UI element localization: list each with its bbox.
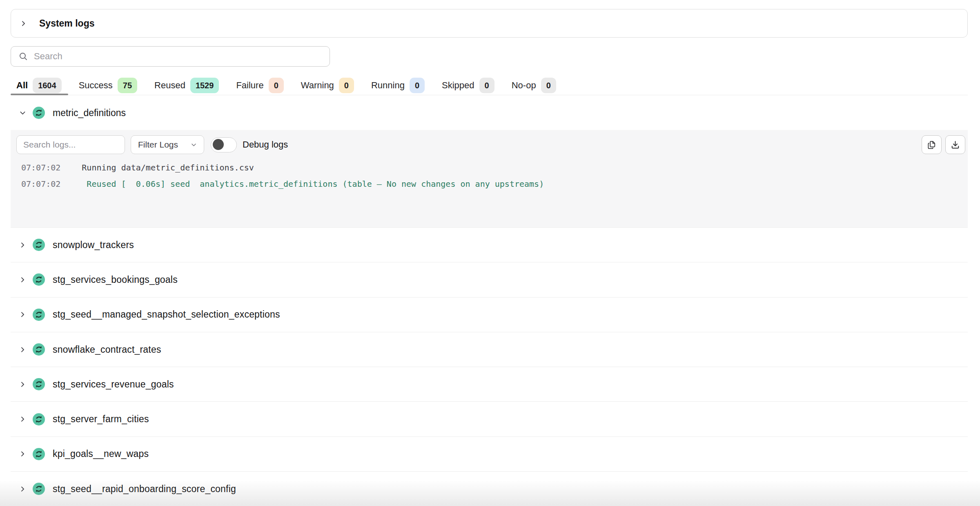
tab-count-badge: 1604	[33, 78, 62, 93]
tab-label: No-op	[512, 80, 536, 91]
chevron-right-icon	[19, 486, 26, 493]
reused-status-icon	[33, 309, 45, 321]
chevron-right-icon	[20, 20, 27, 27]
model-name: stg_services_revenue_goals	[53, 379, 174, 390]
tab-count-badge: 1529	[190, 78, 219, 93]
list-item-stg-seed-managed-snapshot-selection-exceptions[interactable]: stg_seed__managed_snapshot_selection_exc…	[11, 297, 968, 332]
download-icon	[950, 140, 960, 150]
status-filter-tabs: All 1604 Success 75 Reused 1529 Failure …	[11, 76, 968, 95]
model-name: stg_server_farm_cities	[53, 414, 149, 425]
chevron-right-icon	[19, 450, 26, 457]
tab-label: Warning	[301, 80, 334, 91]
system-logs-section-header[interactable]: System logs	[11, 9, 968, 38]
filter-logs-label: Filter Logs	[138, 140, 178, 150]
chevron-right-icon	[19, 381, 26, 388]
copy-icon	[927, 140, 937, 150]
reused-status-icon	[33, 378, 45, 390]
chevron-right-icon	[19, 276, 26, 283]
tab-warning[interactable]: Warning 0	[301, 76, 354, 95]
log-line: 07:07:02 Reused [ 0.06s] seed analytics.…	[21, 178, 960, 190]
debug-logs-toggle[interactable]	[211, 137, 237, 152]
search-box	[11, 46, 330, 67]
list-item-snowplow-trackers[interactable]: snowplow_trackers	[11, 227, 968, 262]
run-logs-page: System logs All 1604 Success 75 Reused 1…	[0, 0, 980, 506]
tab-count-badge: 0	[269, 78, 284, 93]
tab-noop[interactable]: No-op 0	[512, 76, 556, 95]
model-name: metric_definitions	[53, 107, 126, 119]
tab-count-badge: 0	[339, 78, 354, 93]
list-item-stg-services-bookings-goals[interactable]: stg_services_bookings_goals	[11, 262, 968, 297]
model-name: snowplow_trackers	[53, 240, 134, 251]
tab-label: All	[16, 80, 28, 91]
list-item-stg-server-farm-cities[interactable]: stg_server_farm_cities	[11, 401, 968, 436]
model-list: snowplow_trackers stg_services_bookings_…	[11, 227, 968, 506]
search-input[interactable]	[34, 47, 330, 66]
tab-label: Skipped	[442, 80, 474, 91]
tab-success[interactable]: Success 75	[79, 76, 137, 95]
download-logs-button[interactable]	[945, 135, 965, 154]
list-item-snowflake-contract-rates[interactable]: snowflake_contract_rates	[11, 332, 968, 367]
chevron-right-icon	[19, 416, 26, 423]
tab-count-badge: 0	[410, 78, 425, 93]
tab-label: Running	[371, 80, 405, 91]
search-icon	[18, 51, 28, 61]
log-search-input[interactable]	[16, 135, 125, 154]
copy-logs-button[interactable]	[922, 135, 942, 154]
toggle-knob	[213, 139, 224, 150]
tab-label: Success	[79, 80, 113, 91]
log-output: 07:07:02 Running data/metric_definitions…	[21, 161, 960, 190]
log-timestamp: 07:07:02	[21, 161, 60, 174]
tab-skipped[interactable]: Skipped 0	[442, 76, 494, 95]
log-message: Running data/metric_definitions.csv	[82, 161, 254, 174]
model-name: stg_seed__rapid_onboarding_score_config	[53, 484, 236, 495]
reused-status-icon	[33, 107, 45, 119]
system-logs-title: System logs	[39, 18, 95, 29]
tab-reused[interactable]: Reused 1529	[154, 76, 219, 95]
reused-status-icon	[33, 273, 45, 286]
tab-label: Reused	[154, 80, 185, 91]
chevron-right-icon	[19, 242, 26, 249]
chevron-right-icon	[19, 311, 26, 318]
chevron-down-icon	[19, 110, 26, 116]
log-panel: Filter Logs Debug logs 07:07:02 Running …	[11, 130, 968, 227]
filter-logs-dropdown[interactable]: Filter Logs	[131, 135, 204, 154]
log-timestamp: 07:07:02	[21, 178, 60, 190]
tab-count-badge: 0	[479, 78, 494, 93]
tab-all[interactable]: All 1604	[16, 76, 62, 95]
list-item-kpi-goals-new-waps[interactable]: kpi_goals__new_waps	[11, 437, 968, 471]
model-name: kpi_goals__new_waps	[53, 448, 149, 459]
chevron-down-icon	[191, 142, 197, 148]
log-message: Reused [ 0.06s] seed analytics.metric_de…	[82, 178, 544, 190]
log-actions	[922, 135, 965, 154]
model-name: snowflake_contract_rates	[53, 344, 161, 355]
tab-running[interactable]: Running 0	[371, 76, 425, 95]
reused-status-icon	[33, 413, 45, 425]
log-toolbar: Filter Logs Debug logs	[16, 135, 288, 154]
tab-count-badge: 75	[118, 78, 137, 93]
log-line: 07:07:02 Running data/metric_definitions…	[21, 161, 960, 174]
reused-status-icon	[33, 448, 45, 460]
reused-status-icon	[33, 343, 45, 356]
tab-label: Failure	[236, 80, 263, 91]
chevron-right-icon	[19, 346, 26, 353]
list-item-stg-services-revenue-goals[interactable]: stg_services_revenue_goals	[11, 367, 968, 401]
model-name: stg_services_bookings_goals	[53, 274, 178, 285]
tab-failure[interactable]: Failure 0	[236, 76, 283, 95]
debug-logs-label: Debug logs	[243, 139, 288, 150]
expanded-model-row-metric-definitions[interactable]: metric_definitions	[11, 98, 968, 128]
model-name: stg_seed__managed_snapshot_selection_exc…	[53, 309, 280, 320]
list-item-stg-seed-rapid-onboarding-score-config[interactable]: stg_seed__rapid_onboarding_score_config	[11, 471, 968, 506]
reused-status-icon	[33, 483, 45, 495]
reused-status-icon	[33, 239, 45, 251]
tab-count-badge: 0	[541, 78, 556, 93]
